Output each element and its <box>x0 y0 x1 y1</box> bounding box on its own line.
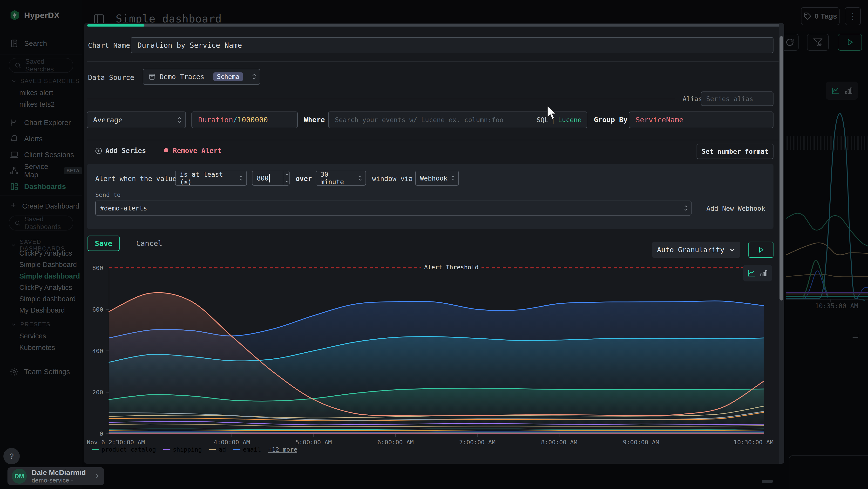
svg-text:800: 800 <box>92 264 103 271</box>
svg-text:600: 600 <box>92 306 103 313</box>
user-name: Dale McDiarmid <box>32 468 86 477</box>
svg-text:Nov 6 2:30:00 AM: Nov 6 2:30:00 AM <box>87 439 145 446</box>
mouse-cursor <box>547 105 558 121</box>
svg-text:0: 0 <box>100 430 103 437</box>
help-label: ? <box>9 452 14 461</box>
legend-item[interactable]: ad <box>209 446 226 453</box>
legend-item[interactable]: shipping <box>163 446 202 453</box>
legend-more-link[interactable]: +12 more <box>268 446 297 453</box>
user-subtitle: demo-service - <box>32 477 86 484</box>
modal-scrollbar[interactable] <box>779 23 784 464</box>
avatar-initials: DM <box>14 472 24 480</box>
legend-label: ad <box>219 446 226 453</box>
screen: Simple dashboard 0 Tags ⋮ 10:35:00 AM <box>0 0 868 489</box>
legend-swatch <box>163 449 170 450</box>
duration-chart: 0200400600800Nov 6 2:30:00 AM4:00:00 AM5… <box>84 23 784 464</box>
bar-chart-icon <box>760 269 768 277</box>
svg-text:7:00:00 AM: 7:00:00 AM <box>459 439 495 446</box>
help-button[interactable]: ? <box>3 448 20 464</box>
svg-text:10:30:00 AM: 10:30:00 AM <box>734 439 774 446</box>
legend-label: email <box>243 446 261 453</box>
legend-swatch <box>92 449 99 450</box>
svg-text:8:00:00 AM: 8:00:00 AM <box>541 439 578 446</box>
legend-item[interactable]: product-catalog <box>92 446 156 453</box>
modal-scrollbar-thumb[interactable] <box>779 36 783 300</box>
chevron-right-icon: › <box>95 469 99 481</box>
svg-text:200: 200 <box>92 389 103 396</box>
svg-text:400: 400 <box>92 348 103 354</box>
legend-item[interactable]: email <box>233 446 261 453</box>
edit-chart-modal: Chart Name Duration by Service Name Data… <box>84 23 784 464</box>
svg-text:5:00:00 AM: 5:00:00 AM <box>296 439 332 446</box>
line-chart-icon <box>747 269 756 278</box>
legend-label: product-catalog <box>101 446 156 453</box>
user-menu[interactable]: DM Dale McDiarmid demo-service - › <box>7 467 104 485</box>
legend-swatch <box>233 449 240 450</box>
svg-text:9:00:00 AM: 9:00:00 AM <box>623 439 659 446</box>
avatar: DM <box>12 469 27 484</box>
svg-text:6:00:00 AM: 6:00:00 AM <box>377 439 414 446</box>
chart-legend: product-catalog shipping ad email +12 mo… <box>92 446 297 453</box>
chart-type-toggle[interactable] <box>743 265 772 282</box>
svg-text:4:00:00 AM: 4:00:00 AM <box>214 439 250 446</box>
legend-swatch <box>209 449 216 450</box>
legend-label: shipping <box>173 446 202 453</box>
user-info: Dale McDiarmid demo-service - <box>32 468 86 484</box>
alert-threshold-label: Alert Threshold <box>421 264 482 271</box>
